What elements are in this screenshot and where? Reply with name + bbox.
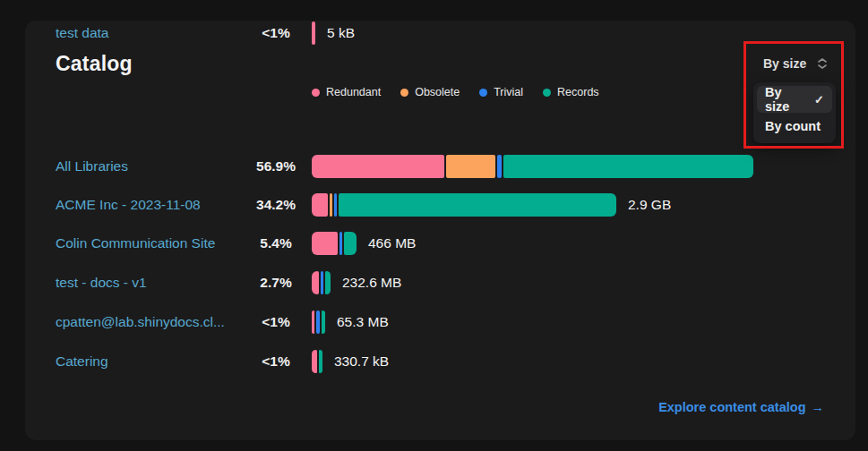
catalog-row: All Libraries 56.9% (25, 154, 855, 179)
menu-option-by-count[interactable]: By count (757, 113, 832, 140)
library-link[interactable]: Colin Communication Site (56, 231, 215, 256)
legend-item-trivial: Trivial (479, 86, 523, 98)
menu-option-label: By size (765, 85, 807, 114)
row-size: 330.7 kB (334, 353, 389, 370)
row-percent: 34.2% (242, 192, 310, 217)
bar-segment-redundant (312, 193, 328, 217)
bar-segment-redundant (312, 350, 317, 373)
check-icon: ✓ (814, 93, 824, 106)
catalog-row: test data <1% 5 kB (25, 21, 855, 46)
bar-segment-redundant (312, 155, 444, 178)
menu-option-label: By count (765, 119, 821, 133)
legend-item-redundant: Redundant (312, 86, 381, 98)
legend-item-records: Records (543, 86, 599, 98)
catalog-row: Catering <1% 330.7 kB (25, 349, 855, 374)
catalog-row: cpatten@lab.shinydocs.cl... <1% 65.3 MB (25, 310, 855, 335)
library-link[interactable]: cpatten@lab.shinydocs.cl... (56, 310, 225, 335)
row-percent: 5.4% (242, 231, 310, 256)
card-title: Catalog (56, 52, 133, 76)
bar-segment-redundant (312, 311, 314, 334)
bar-wrap (312, 155, 765, 178)
chart-legend: Redundant Obsolete Trivial Records (312, 86, 599, 98)
library-link[interactable]: ACME Inc - 2023-11-08 (56, 192, 201, 217)
bar-segment-records (325, 271, 331, 294)
legend-label: Records (557, 86, 599, 98)
row-size: 232.6 MB (342, 275, 401, 291)
stacked-bar (312, 21, 315, 45)
legend-dot-redundant (312, 89, 320, 97)
legend-dot-obsolete (400, 89, 408, 97)
library-link[interactable]: test data (56, 21, 108, 46)
row-percent: 2.7% (242, 270, 310, 295)
dashboard-screenshot: Catalog Redundant Obsolete Trivial Recor… (0, 0, 868, 451)
stacked-bar (312, 350, 322, 373)
bar-segment-trivial (339, 232, 342, 255)
row-percent: <1% (242, 349, 310, 374)
bar-wrap: 2.9 GB (312, 193, 671, 217)
stacked-bar (312, 232, 357, 255)
bar-segment-records (319, 350, 322, 373)
stacked-bar (312, 271, 331, 294)
row-percent: 56.9% (242, 154, 310, 179)
library-link[interactable]: Catering (56, 349, 108, 374)
bar-wrap: 466 MB (312, 232, 416, 255)
stacked-bar (312, 311, 325, 334)
menu-option-by-size[interactable]: By size ✓ (757, 86, 832, 113)
bar-segment-records (503, 155, 753, 178)
sort-mode-selected-value: By size (763, 56, 806, 71)
chevron-up-down-icon (818, 58, 827, 69)
stacked-bar (312, 155, 753, 178)
legend-label: Redundant (326, 86, 381, 98)
bar-segment-trivial (334, 193, 337, 217)
legend-dot-trivial (479, 89, 487, 97)
bar-segment-redundant (312, 232, 338, 255)
row-size: 65.3 MB (337, 314, 389, 330)
bar-segment-records (322, 311, 325, 334)
arrow-right-icon: → (812, 400, 825, 414)
catalog-row: Colin Communication Site 5.4% 466 MB (25, 231, 855, 256)
catalog-row: ACME Inc - 2023-11-08 34.2% 2.9 GB (25, 192, 855, 217)
bar-segment-trivial (497, 155, 502, 178)
bar-segment-trivial (321, 271, 323, 294)
bar-wrap: 65.3 MB (312, 311, 389, 334)
bar-segment-redundant (312, 271, 319, 294)
library-link[interactable]: test - docs - v1 (56, 270, 147, 295)
legend-item-obsolete: Obsolete (400, 86, 460, 98)
explore-content-catalog-link[interactable]: Explore content catalog → (658, 400, 824, 414)
bar-segment-redundant (312, 21, 315, 45)
legend-dot-records (543, 89, 551, 97)
stacked-bar (312, 193, 616, 217)
row-percent: <1% (242, 21, 310, 46)
library-link[interactable]: All Libraries (56, 154, 128, 179)
legend-label: Trivial (494, 86, 523, 98)
legend-label: Obsolete (415, 86, 460, 98)
row-size: 2.9 GB (628, 197, 671, 213)
bar-segment-obsolete (446, 155, 495, 178)
bar-wrap: 232.6 MB (312, 271, 401, 294)
catalog-row: test - docs - v1 2.7% 232.6 MB (25, 270, 855, 295)
bar-wrap: 330.7 kB (312, 350, 389, 373)
row-size: 466 MB (368, 235, 416, 251)
explore-link-label: Explore content catalog (658, 400, 805, 414)
bar-segment-trivial (316, 311, 320, 334)
bar-wrap: 5 kB (312, 21, 355, 45)
row-size: 5 kB (327, 25, 355, 41)
catalog-card: Catalog Redundant Obsolete Trivial Recor… (25, 21, 855, 440)
sort-dropdown-menu: By size ✓ By count (753, 82, 836, 143)
row-percent: <1% (242, 310, 310, 335)
bar-segment-records (339, 193, 616, 217)
bar-segment-obsolete (330, 193, 332, 217)
sort-mode-select[interactable]: By size (760, 51, 830, 76)
bar-segment-records (344, 232, 357, 255)
